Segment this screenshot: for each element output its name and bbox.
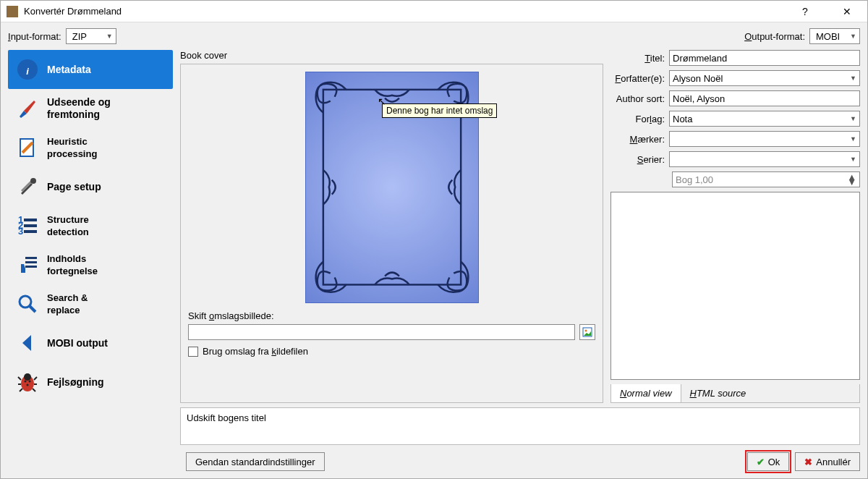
sidebar: i Metadata Udseende og fremtoning Heuris… [8,50,173,445]
svg-point-16 [25,381,27,383]
cover-path-input[interactable] [188,324,575,340]
convert-dialog: Konvertér Drømmeland ? ✕ Input-format: Z… [0,0,868,479]
author-sort-label: Author sort: [610,93,665,104]
input-format-value: ZIP [72,31,87,42]
tools-icon [15,174,40,199]
svg-rect-7 [24,219,37,221]
sidebar-item-label: Structuredetection [47,213,89,238]
change-cover-label: Skift omslagsbillede: [188,310,595,321]
browse-cover-button[interactable] [579,324,595,340]
sidebar-item-page-setup[interactable]: Page setup [8,167,173,206]
sidebar-item-label: Udseende og fremtoning [47,96,166,121]
sidebar-item-output[interactable]: MOBI output [8,323,173,363]
input-format-label: Input-format: [8,31,61,42]
chevron-down-icon: ▼ [106,33,113,40]
sidebar-item-label: Heuristicprocessing [47,135,97,160]
sidebar-item-label: Fejlsøgning [47,376,104,389]
output-format-label: Output-format: [744,31,805,42]
output-format-value: MOBI [816,31,840,42]
tab-html-source[interactable]: HTML source [681,384,755,402]
svg-text:3: 3 [18,226,23,237]
chevron-down-icon: ▼ [850,156,856,163]
authors-combo[interactable]: Alyson Noël▼ [669,70,860,86]
image-file-icon [582,327,592,337]
checkbox-label: Brug omslag fra kildefilen [203,346,308,357]
status-text: Udskift bogens titel [187,412,266,423]
chevron-down-icon: ▼ [850,75,856,82]
spin-buttons: ▲▼ [847,174,856,185]
comments-tabs: Normal view HTML source [610,384,860,403]
restore-defaults-button[interactable]: Gendan standardindstillinger [186,452,325,471]
status-box: Udskift bogens titel [180,407,860,445]
input-format-combo[interactable]: ZIP ▼ [66,28,116,44]
svg-rect-19 [323,90,460,285]
sidebar-item-toc[interactable]: Indholdsfortegnelse [8,245,173,284]
hand-list-icon [15,253,40,277]
chevron-down-icon: ▼ [850,135,856,143]
svg-text:i: i [26,66,29,77]
svg-point-13 [20,296,31,308]
ok-button[interactable]: ✔Ok [747,452,790,471]
sidebar-item-debug[interactable]: Fejlsøgning [8,363,173,402]
info-icon: i [15,57,40,82]
svg-rect-12 [25,266,37,268]
title-input[interactable]: Drømmeland [669,50,860,66]
publisher-label: Forlag: [610,114,665,124]
close-button[interactable]: ✕ [833,6,861,17]
sidebar-item-label: Page setup [47,181,101,193]
titlebar: Konvertér Drømmeland ? ✕ [1,1,867,22]
authors-label: Forfatter(e): [610,73,665,84]
series-index-spin[interactable]: Bog 1,00 ▲▼ [672,171,860,187]
sidebar-item-structure[interactable]: 123 Structuredetection [8,206,173,245]
svg-point-18 [27,384,29,386]
svg-rect-9 [24,230,37,233]
cancel-button[interactable]: ✖Annullér [795,452,860,471]
sidebar-item-look-feel[interactable]: Udseende og fremtoning [8,89,173,128]
app-icon [7,6,18,17]
title-label: Titel: [610,53,665,64]
svg-point-21 [585,330,587,332]
svg-rect-11 [25,261,37,263]
series-combo[interactable]: ▼ [669,151,860,167]
tags-combo[interactable]: ▼ [669,131,860,147]
checkbox-box [188,347,198,357]
chevron-down-icon: ▼ [850,33,856,40]
publisher-combo[interactable]: Nota▼ [669,111,860,127]
list-icon: 123 [15,213,40,238]
use-source-cover-checkbox[interactable]: Brug omslag fra kildefilen [188,346,595,357]
tab-normal-view[interactable]: Normal view [611,384,681,402]
sidebar-item-label: Search &replace [47,292,88,316]
svg-point-17 [29,381,31,383]
chevron-down-icon: ▼ [850,115,856,122]
x-icon: ✖ [804,457,812,467]
series-label: Serier: [610,154,665,165]
chevron-left-icon [15,331,40,355]
svg-rect-10 [25,257,37,259]
sidebar-item-label: Indholdsfortegnelse [47,253,98,277]
brush-icon [15,96,40,121]
sidebar-item-label: Metadata [47,64,91,76]
check-icon: ✔ [757,457,765,467]
search-icon [15,292,40,316]
sidebar-item-label: MOBI output [47,337,108,349]
sidebar-item-metadata[interactable]: i Metadata [8,50,173,89]
bottom-bar: Gendan standardindstillinger ✔Ok ✖Annull… [1,452,867,478]
tags-label: Mærker: [610,134,665,145]
help-button[interactable]: ? [791,6,820,17]
window-title: Konvertér Drømmeland [24,6,791,17]
sidebar-item-heuristic[interactable]: Heuristicprocessing [8,128,173,167]
sidebar-item-search-replace[interactable]: Search &replace [8,284,173,323]
author-sort-input[interactable]: Noël, Alyson [669,90,860,106]
bug-icon [15,370,40,394]
document-icon [15,135,40,160]
svg-point-3 [30,178,36,184]
output-format-combo[interactable]: MOBI ▼ [809,28,860,44]
cover-tooltip: Denne bog har intet omslag [382,103,497,118]
format-bar: Input-format: ZIP ▼ Output-format: MOBI … [1,22,867,50]
comments-textarea[interactable] [610,192,860,380]
svg-point-15 [24,373,31,381]
svg-rect-8 [24,224,37,227]
book-cover-label: Book cover [180,50,603,61]
metadata-form: Titel: Drømmeland Forfatter(e): Alyson N… [610,50,860,403]
